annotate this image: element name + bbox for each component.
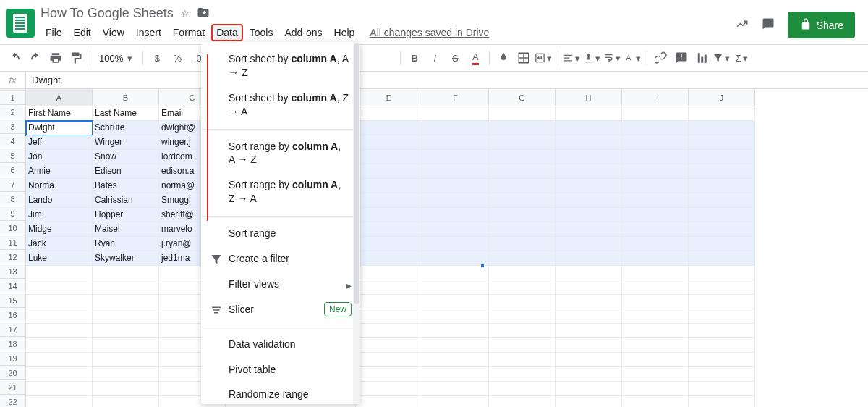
cell[interactable] [556, 121, 622, 135]
cell[interactable] [356, 251, 422, 266]
row-header[interactable]: 17 [0, 322, 26, 337]
menu-view[interactable]: View [98, 24, 129, 41]
cell[interactable] [422, 266, 489, 280]
column-header-a[interactable]: A [26, 89, 93, 106]
insert-comment-button[interactable] [672, 49, 691, 67]
cell[interactable] [26, 353, 93, 367]
print-button[interactable] [46, 49, 65, 67]
cell[interactable] [622, 367, 689, 382]
cell[interactable] [422, 396, 489, 407]
cell[interactable] [556, 396, 622, 407]
doc-title[interactable]: How To Google Sheets [41, 6, 174, 21]
menu-item[interactable]: Create a filter [201, 246, 360, 272]
row-header[interactable]: 4 [0, 134, 26, 148]
cell[interactable] [689, 382, 755, 396]
row-header[interactable]: 13 [0, 264, 26, 279]
cell[interactable] [622, 251, 689, 266]
cell[interactable]: Bates [93, 179, 159, 193]
menu-help[interactable]: Help [329, 24, 360, 41]
cell[interactable] [556, 309, 622, 324]
row-header[interactable]: 1 [0, 91, 26, 105]
cell[interactable] [489, 295, 556, 309]
cell[interactable] [622, 266, 689, 280]
cell[interactable] [489, 266, 556, 280]
cell[interactable] [489, 251, 556, 266]
row-header[interactable]: 6 [0, 163, 26, 177]
cell[interactable] [489, 179, 556, 193]
cell[interactable] [622, 295, 689, 309]
cell[interactable] [689, 266, 755, 280]
cell[interactable] [689, 367, 755, 382]
cell[interactable] [422, 222, 489, 237]
row-header[interactable]: 8 [0, 192, 26, 206]
borders-button[interactable] [514, 49, 533, 67]
cell[interactable] [93, 367, 159, 382]
cell[interactable] [689, 222, 755, 237]
cell[interactable] [93, 396, 159, 407]
cell[interactable] [422, 179, 489, 193]
cell[interactable] [356, 150, 422, 164]
row-header[interactable]: 22 [0, 395, 26, 407]
cell[interactable] [26, 396, 93, 407]
cell[interactable] [26, 382, 93, 396]
cell[interactable] [356, 193, 422, 208]
text-wrap-button[interactable]: ▾ [603, 49, 622, 67]
cell[interactable] [489, 193, 556, 208]
cell[interactable] [689, 150, 755, 164]
column-header-g[interactable]: G [489, 89, 556, 106]
row-header[interactable]: 21 [0, 380, 26, 395]
cell[interactable]: Jim [26, 208, 93, 222]
row-header[interactable]: 14 [0, 279, 26, 293]
cell[interactable] [356, 164, 422, 179]
cell[interactable] [93, 324, 159, 338]
cell[interactable] [689, 353, 755, 367]
cell[interactable] [556, 367, 622, 382]
star-icon[interactable]: ☆ [181, 8, 190, 19]
merge-cells-button[interactable]: ▾ [535, 49, 553, 67]
menu-file[interactable]: File [41, 24, 67, 41]
menu-item[interactable]: Pivot table [201, 357, 360, 382]
cell[interactable]: Skywalker [93, 251, 159, 266]
cell[interactable]: Hopper [93, 208, 159, 222]
cell[interactable] [422, 135, 489, 150]
cell[interactable] [689, 338, 755, 353]
row-header[interactable]: 3 [0, 119, 26, 134]
menu-item[interactable]: Sort range by column A, A → Z [201, 134, 360, 173]
cell[interactable] [356, 222, 422, 237]
cell[interactable] [356, 135, 422, 150]
cell[interactable] [422, 324, 489, 338]
cell[interactable] [556, 222, 622, 237]
cell[interactable] [556, 164, 622, 179]
cell[interactable] [556, 179, 622, 193]
fill-color-button[interactable] [494, 49, 513, 67]
strikethrough-button[interactable]: S [446, 49, 464, 67]
cell[interactable] [556, 237, 622, 251]
column-header-i[interactable]: I [622, 89, 689, 106]
text-rotation-button[interactable]: ▾ [624, 49, 642, 67]
cell[interactable] [422, 382, 489, 396]
cell[interactable] [622, 208, 689, 222]
cell[interactable]: Lando [26, 193, 93, 208]
cell[interactable] [689, 179, 755, 193]
menu-item[interactable]: Sort range [201, 221, 360, 246]
zoom-select[interactable]: 100%▾ [95, 53, 138, 64]
percent-button[interactable]: % [168, 49, 187, 67]
row-header[interactable]: 12 [0, 250, 26, 264]
cell[interactable] [689, 208, 755, 222]
insert-link-button[interactable] [652, 49, 671, 67]
cell[interactable] [622, 309, 689, 324]
menu-data[interactable]: Data [211, 24, 243, 41]
cell[interactable] [622, 164, 689, 179]
column-header-h[interactable]: H [556, 89, 622, 106]
cell[interactable] [689, 396, 755, 407]
cell[interactable] [689, 309, 755, 324]
cell[interactable] [489, 324, 556, 338]
undo-button[interactable] [6, 49, 25, 67]
cell[interactable] [689, 121, 755, 135]
cell[interactable] [622, 396, 689, 407]
cell[interactable]: Maisel [93, 222, 159, 237]
row-header[interactable]: 16 [0, 308, 26, 322]
cell[interactable] [422, 150, 489, 164]
cell[interactable] [356, 121, 422, 135]
move-to-folder-icon[interactable] [197, 6, 210, 21]
